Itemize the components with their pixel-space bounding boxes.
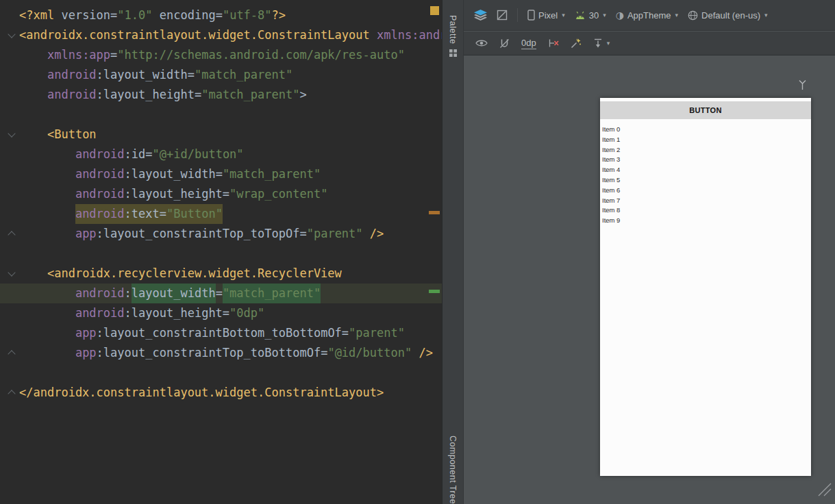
code-line[interactable]: app:layout_constraintBottom_toBottomOf="… bbox=[0, 323, 442, 343]
recycler-items[interactable]: Item 0Item 1Item 2Item 3Item 4Item 5Item… bbox=[602, 125, 811, 226]
gutter bbox=[0, 264, 19, 284]
list-item: Item 2 bbox=[602, 145, 811, 155]
code-token: "match_parent" bbox=[223, 284, 321, 303]
code-line[interactable]: <?xml version="1.0" encoding="utf-8"?> bbox=[0, 5, 442, 25]
code-line[interactable]: android:layout_height="0dp" bbox=[0, 303, 442, 323]
code-token: : bbox=[125, 144, 132, 164]
locale-selector[interactable]: Default (en-us) ▾ bbox=[688, 10, 768, 21]
gutter bbox=[0, 343, 19, 363]
view-options-eye-icon[interactable] bbox=[475, 39, 488, 47]
code-token bbox=[19, 184, 75, 204]
resize-grip-icon[interactable] bbox=[817, 481, 832, 499]
android-icon bbox=[575, 11, 586, 20]
autoconnect-off-icon[interactable] bbox=[499, 38, 510, 49]
code-line[interactable]: <Button bbox=[0, 125, 442, 144]
fold-close-icon[interactable] bbox=[8, 390, 15, 397]
component-tree-tab[interactable]: Component Tree bbox=[443, 436, 463, 504]
code-line[interactable]: android:layout_width="match_parent" bbox=[0, 65, 442, 85]
code-token: xmlns:andro bbox=[377, 25, 442, 45]
code-line[interactable] bbox=[0, 363, 442, 383]
code-token bbox=[19, 164, 75, 184]
design-surface[interactable]: BUTTON Item 0Item 1Item 2Item 3Item 4Ite… bbox=[464, 55, 835, 504]
palette-tab[interactable]: Palette bbox=[443, 15, 463, 58]
code-line[interactable]: android:layout_height="wrap_content" bbox=[0, 184, 442, 204]
code-token: : bbox=[97, 224, 103, 244]
code-token: layout_constraintBottom_toBottomOf bbox=[103, 323, 342, 343]
code-line[interactable]: app:layout_constraintTop_toTopOf="parent… bbox=[0, 224, 442, 244]
fold-close-icon[interactable] bbox=[8, 231, 15, 238]
code-token: "match_parent" bbox=[195, 65, 292, 85]
theme-selector[interactable]: ◑ AppTheme ▾ bbox=[616, 10, 678, 21]
code-token bbox=[370, 25, 377, 45]
code-token: <androidx.recyclerview.widget.RecyclerVi… bbox=[47, 264, 342, 284]
code-token: "Button" bbox=[166, 204, 223, 224]
code-line[interactable]: android:layout_width="match_parent" bbox=[0, 164, 442, 184]
code-line[interactable]: </androidx.constraintlayout.widget.Const… bbox=[0, 383, 442, 403]
code-token: : bbox=[125, 303, 132, 323]
device-preview[interactable]: BUTTON Item 0Item 1Item 2Item 3Item 4Ite… bbox=[600, 98, 811, 476]
code-line[interactable]: xmlns:app="http://schemas.android.com/ap… bbox=[0, 45, 442, 65]
clear-constraints-icon[interactable] bbox=[548, 38, 559, 48]
code-line[interactable]: android:text="Button" bbox=[0, 204, 442, 224]
error-stripe-green-mark[interactable] bbox=[429, 290, 440, 293]
code-token bbox=[19, 45, 47, 65]
android-studio-window: <?xml version="1.0" encoding="utf-8"?><a… bbox=[0, 0, 835, 504]
code-line[interactable]: android:id="@+id/button" bbox=[0, 144, 442, 164]
code-token: <?xml bbox=[19, 5, 61, 25]
code-line[interactable]: android:layout_height="match_parent"> bbox=[0, 85, 442, 105]
code-token: : bbox=[125, 184, 132, 204]
code-line[interactable]: <androidx.constraintlayout.widget.Constr… bbox=[0, 25, 442, 45]
code-token: layout_height bbox=[132, 184, 223, 204]
inspection-indicator[interactable] bbox=[430, 6, 439, 15]
layers-icon[interactable] bbox=[474, 10, 487, 21]
code-token: layout_height bbox=[103, 85, 195, 105]
code-token bbox=[19, 303, 75, 323]
list-item: Item 0 bbox=[602, 125, 811, 135]
code-token: "@+id/button" bbox=[153, 144, 244, 164]
code-token: layout_constraintTop_toTopOf bbox=[103, 224, 300, 244]
list-item: Item 8 bbox=[602, 205, 811, 216]
api-level-selector[interactable]: 30 ▾ bbox=[575, 10, 606, 21]
code-token: <Button bbox=[47, 125, 97, 144]
preview-button[interactable]: BUTTON bbox=[600, 101, 811, 119]
infer-constraints-wand-icon[interactable] bbox=[571, 38, 582, 49]
pack-selector[interactable]: ▾ bbox=[593, 38, 610, 49]
default-margin-selector[interactable]: 0dp bbox=[521, 38, 536, 49]
fold-open-icon[interactable] bbox=[8, 30, 15, 38]
code-token: > bbox=[299, 85, 306, 105]
code-token: android bbox=[75, 303, 125, 323]
code-line[interactable] bbox=[0, 244, 442, 264]
code-token bbox=[19, 323, 75, 343]
code-token: layout_constraintTop_toBottomOf bbox=[103, 343, 321, 363]
code-line[interactable]: app:layout_constraintTop_toBottomOf="@id… bbox=[0, 343, 442, 363]
gutter bbox=[0, 224, 19, 244]
code-token: "parent" bbox=[307, 224, 363, 244]
phone-icon bbox=[527, 10, 535, 21]
code-token: : bbox=[125, 164, 132, 184]
palette-tab-label: Palette bbox=[448, 15, 458, 44]
device-selector[interactable]: Pixel ▾ bbox=[527, 10, 565, 21]
code-line[interactable]: <androidx.recyclerview.widget.RecyclerVi… bbox=[0, 264, 442, 284]
gutter bbox=[0, 25, 19, 45]
code-token: "1.0" bbox=[117, 5, 152, 25]
theme-icon: ◑ bbox=[616, 10, 624, 20]
code-token: layout_width bbox=[132, 164, 216, 184]
code-token: android bbox=[47, 65, 97, 85]
locale-label: Default (en-us) bbox=[701, 10, 760, 21]
default-margin-label: 0dp bbox=[521, 38, 536, 49]
blueprint-icon[interactable] bbox=[497, 10, 508, 21]
code-token: android bbox=[75, 184, 125, 204]
code-line[interactable] bbox=[0, 105, 442, 125]
code-token: layout_width bbox=[132, 284, 216, 303]
code-token: <androidx.constraintlayout.widget.Constr… bbox=[19, 25, 370, 45]
fold-close-icon[interactable] bbox=[8, 350, 15, 357]
error-stripe-orange-mark[interactable] bbox=[429, 211, 440, 214]
api-level-label: 30 bbox=[589, 10, 599, 21]
code-editor[interactable]: <?xml version="1.0" encoding="utf-8"?><a… bbox=[0, 0, 442, 504]
fold-open-icon[interactable] bbox=[8, 129, 15, 137]
code-token: android bbox=[75, 204, 125, 224]
palette-icon bbox=[449, 49, 458, 58]
fold-open-icon[interactable] bbox=[8, 268, 15, 276]
code-token: = bbox=[195, 85, 201, 105]
code-line[interactable]: android:layout_width="match_parent" bbox=[0, 284, 442, 303]
